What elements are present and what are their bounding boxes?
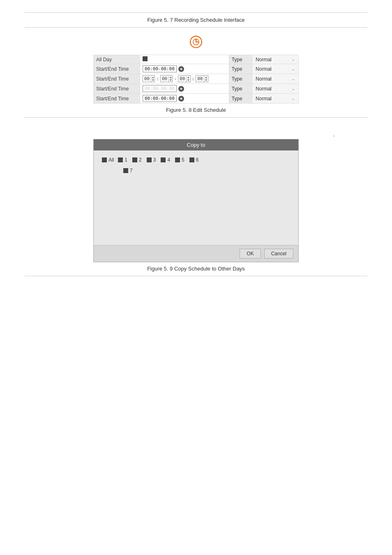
svg-point-0	[193, 39, 199, 45]
normal-cell-3: Normal ⌄	[252, 74, 299, 84]
table-row: Start/End Time 00:00-00:00 Type Normal	[94, 94, 299, 104]
day5-label: 5	[182, 157, 184, 163]
schedule-table: All Day Type Normal ⌄ Start/End Time	[93, 55, 299, 104]
normal-dropdown-2[interactable]: Normal ⌄	[255, 66, 296, 72]
day-item-6[interactable]: 6	[189, 157, 199, 163]
day1-label: 1	[125, 157, 127, 163]
spinner-down[interactable]: ▼	[204, 79, 208, 82]
spinner-down[interactable]: ▼	[151, 79, 154, 82]
day-item-7[interactable]: 7	[123, 168, 133, 173]
days-row2: 7	[102, 168, 290, 173]
section-edit-schedule: All Day Type Normal ⌄ Start/End Time	[0, 32, 392, 126]
day1-checkbox[interactable]	[118, 157, 123, 162]
all-checkbox[interactable]	[102, 157, 107, 162]
spinner-min1[interactable]: 00 ▲ ▼	[160, 75, 173, 82]
table-row: Start/End Time 00:00-00:00 Type Normal	[94, 84, 299, 94]
ok-button[interactable]: OK	[240, 249, 261, 259]
spinner-hours2-arrows[interactable]: ▲ ▼	[186, 76, 190, 82]
chevron-2: ⌄	[292, 67, 295, 71]
rule-after-fig59	[25, 276, 367, 276]
start-end-label-5: Start/End Time	[94, 94, 140, 104]
spinner-hours2[interactable]: 00 ▲ ▼	[178, 75, 190, 82]
table-row: Start/End Time 00 ▲ ▼ :	[94, 74, 299, 84]
spinner-min2-arrows[interactable]: ▲ ▼	[204, 76, 208, 82]
spinner-hours[interactable]: 00 ▲ ▼	[143, 75, 155, 82]
time-value-3: 00 ▲ ▼ : 00 ▲ ▼	[140, 74, 229, 84]
day4-checkbox[interactable]	[161, 157, 166, 162]
normal-value-3: Normal	[256, 76, 272, 82]
time-input-2[interactable]: 00:00-00:00	[143, 65, 177, 72]
day-item-all[interactable]: All	[102, 157, 114, 163]
add-btn-4[interactable]	[178, 86, 184, 92]
spinner-hours-val: 00	[143, 76, 151, 82]
chevron-5: ⌄	[292, 97, 295, 101]
normal-value-1: Normal	[256, 57, 272, 62]
spinner-down[interactable]: ▼	[169, 79, 172, 82]
time-spinners-3: 00 ▲ ▼ : 00 ▲ ▼	[143, 75, 226, 82]
section-figure57: Figure 5. 7 Recording Schedule Interface	[0, 13, 392, 28]
normal-value-4: Normal	[256, 86, 272, 92]
add-btn-2[interactable]	[178, 66, 184, 72]
chevron-1: ⌄	[292, 58, 295, 62]
day-item-2[interactable]: 2	[132, 157, 142, 163]
day6-checkbox[interactable]	[189, 157, 194, 162]
copy-to-panel: Copy to All 1	[93, 139, 299, 262]
cancel-button[interactable]: Cancel	[264, 249, 293, 259]
figure58-caption: Figure 5. 8 Edit Schedule	[25, 107, 367, 113]
section-copy-schedule: , Copy to All 1	[0, 126, 392, 284]
all-day-label: All Day	[94, 55, 140, 64]
normal-value-2: Normal	[256, 66, 272, 72]
normal-cell-1: Normal ⌄	[252, 55, 299, 64]
day-item-4[interactable]: 4	[161, 157, 170, 163]
day7-checkbox[interactable]	[123, 168, 128, 173]
table-row: Start/End Time 00:00-00:00 Type Normal	[94, 64, 299, 74]
page-container: Figure 5. 7 Recording Schedule Interface…	[0, 12, 392, 284]
copy-to-header: Copy to	[94, 139, 298, 150]
table-row: All Day Type Normal ⌄	[94, 55, 299, 64]
normal-dropdown-1[interactable]: Normal ⌄	[255, 57, 296, 62]
normal-dropdown-5[interactable]: Normal ⌄	[255, 96, 296, 102]
day7-label: 7	[130, 168, 133, 173]
time-display-2: 00:00-00:00	[143, 65, 226, 72]
time-input-4[interactable]: 00:00-00:00	[143, 85, 177, 92]
day5-checkbox[interactable]	[175, 157, 180, 162]
normal-value-5: Normal	[256, 96, 272, 102]
normal-cell-2: Normal ⌄	[252, 64, 299, 74]
time-display-4: 00:00-00:00	[143, 85, 226, 92]
sep1: :	[156, 76, 159, 81]
spinner-hours-arrows[interactable]: ▲ ▼	[151, 76, 154, 82]
rule-after-fig57	[25, 27, 367, 28]
type-label-2: Type	[229, 64, 252, 74]
chevron-4: ⌄	[292, 87, 295, 91]
days-row: 1 2 3 4	[118, 157, 198, 163]
time-value-2: 00:00-00:00	[140, 64, 229, 74]
spinner-hours2-val: 00	[178, 76, 186, 82]
normal-dropdown-3[interactable]: Normal ⌄	[255, 76, 296, 82]
time-input-5[interactable]: 00:00-00:00	[143, 95, 177, 102]
type-label-1: Type	[229, 55, 252, 64]
day4-label: 4	[167, 157, 170, 163]
day-item-5[interactable]: 5	[175, 157, 184, 163]
copy-to-footer: OK Cancel	[94, 245, 298, 262]
day-item-1[interactable]: 1	[118, 157, 127, 163]
spinner-min2-val: 00	[196, 76, 204, 82]
spinner-down[interactable]: ▼	[187, 79, 190, 82]
day2-label: 2	[139, 157, 142, 163]
day-item-3[interactable]: 3	[147, 157, 156, 163]
normal-dropdown-4[interactable]: Normal ⌄	[255, 86, 296, 92]
sep2: -	[174, 76, 177, 81]
day3-label: 3	[153, 157, 156, 163]
spinner-min1-arrows[interactable]: ▲ ▼	[168, 76, 172, 82]
type-label-4: Type	[229, 84, 252, 94]
add-btn-5[interactable]	[178, 96, 184, 102]
copy-to-body: All 1 2 3	[94, 150, 298, 245]
day3-checkbox[interactable]	[147, 157, 152, 162]
normal-cell-4: Normal ⌄	[252, 84, 299, 94]
all-label: All	[108, 157, 114, 163]
all-day-checkbox[interactable]	[143, 56, 148, 61]
spinner-min2[interactable]: 00 ▲ ▼	[196, 75, 208, 82]
time-value-5: 00:00-00:00	[140, 94, 229, 104]
comma-note: ,	[25, 132, 367, 137]
type-label-3: Type	[229, 74, 252, 84]
day2-checkbox[interactable]	[132, 157, 137, 162]
